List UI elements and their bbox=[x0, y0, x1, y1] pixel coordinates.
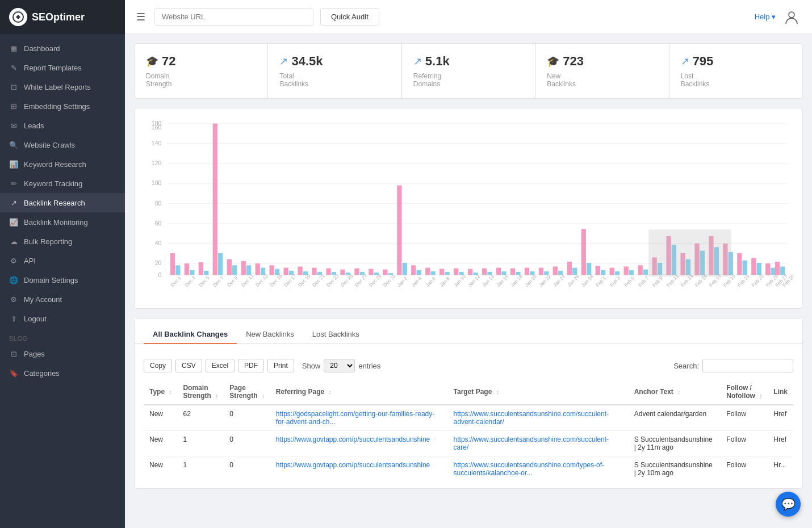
sidebar-item-backlink-monitoring[interactable]: 📈 Backlink Monitoring bbox=[0, 212, 125, 232]
sidebar-item-keyword-research[interactable]: 📊 Keyword Research bbox=[0, 154, 125, 174]
help-link[interactable]: Help ▾ bbox=[755, 12, 776, 21]
sidebar-item-label: Logout bbox=[24, 315, 47, 323]
cell-target-page[interactable]: https://www.succulentsandsunshine.com/su… bbox=[448, 431, 629, 456]
tab-lost-backlinks[interactable]: Lost Backlinks bbox=[303, 325, 369, 344]
svg-text:80: 80 bbox=[155, 200, 162, 207]
svg-text:Dec 7: Dec 7 bbox=[212, 275, 225, 288]
total-backlinks-label: TotalBacklinks bbox=[279, 72, 390, 88]
report-templates-icon: ✎ bbox=[9, 63, 18, 72]
sidebar-item-keyword-tracking[interactable]: ✏ Keyword Tracking bbox=[0, 174, 125, 193]
svg-rect-71 bbox=[525, 268, 529, 275]
table-controls: Copy CSV Excel PDF Print Show 20 50 100 … bbox=[144, 359, 793, 372]
svg-rect-108 bbox=[775, 262, 780, 275]
my-account-icon: ⚙ bbox=[9, 295, 18, 304]
pdf-button[interactable]: PDF bbox=[238, 359, 264, 372]
sidebar-item-api[interactable]: ⚙ API bbox=[0, 251, 125, 270]
cell-referring-page[interactable]: https://www.govtapp.com/p/succulentsands… bbox=[270, 431, 448, 456]
svg-text:120: 120 bbox=[152, 160, 161, 166]
sidebar-item-backlink-research[interactable]: ↗ Backlink Research bbox=[0, 193, 125, 212]
svg-rect-110 bbox=[648, 229, 731, 276]
cell-domain-strength: 62 bbox=[177, 405, 224, 431]
svg-rect-107 bbox=[765, 265, 770, 275]
new-backlinks-value: 723 bbox=[563, 54, 584, 69]
svg-rect-67 bbox=[496, 268, 501, 275]
search-label: Search: bbox=[673, 362, 699, 370]
svg-rect-31 bbox=[241, 261, 246, 275]
cell-type: New bbox=[144, 431, 177, 456]
sidebar-item-domain-settings[interactable]: 🌐 Domain Settings bbox=[0, 270, 125, 290]
sidebar-item-my-account[interactable]: ⚙ My Account bbox=[0, 290, 125, 309]
copy-button[interactable]: Copy bbox=[144, 359, 172, 372]
col-anchor-text: Anchor Text ↕ bbox=[629, 379, 721, 405]
referring-domains-label: ReferringDomains bbox=[413, 72, 524, 88]
sidebar-item-logout[interactable]: ⇧ Logout bbox=[0, 309, 125, 328]
col-link: Link bbox=[768, 379, 793, 405]
chart-container: 0 20 40 60 80 100 120 140 160 180 bbox=[134, 108, 803, 309]
sidebar-item-report-templates[interactable]: ✎ Report Templates bbox=[0, 58, 125, 77]
svg-text:Feb 5: Feb 5 bbox=[623, 275, 635, 288]
sidebar-item-leads[interactable]: ✉ Leads bbox=[0, 116, 125, 135]
svg-rect-27 bbox=[213, 124, 217, 275]
svg-text:Jan 2: Jan 2 bbox=[396, 275, 409, 288]
svg-rect-49 bbox=[369, 269, 373, 275]
svg-rect-85 bbox=[624, 266, 629, 275]
tab-new-backlinks[interactable]: New Backlinks bbox=[237, 325, 303, 344]
svg-rect-88 bbox=[643, 270, 648, 275]
cell-link: Href bbox=[768, 405, 793, 431]
sidebar-item-label: Bulk Reporting bbox=[24, 237, 72, 246]
cell-referring-page[interactable]: https://www.govtapp.com/p/succulentsands… bbox=[270, 456, 448, 482]
svg-rect-37 bbox=[283, 268, 288, 275]
cell-target-page[interactable]: https://www.succulentsandsunshine.com/ty… bbox=[448, 456, 629, 482]
svg-rect-102 bbox=[743, 261, 747, 275]
cell-anchor-text: S Succulentsandsunshine | 2y 10m ago bbox=[629, 456, 721, 482]
sidebar-item-bulk-reporting[interactable]: ☁ Bulk Reporting bbox=[0, 232, 125, 251]
search-input[interactable] bbox=[702, 359, 793, 372]
sidebar-item-white-label-reports[interactable]: ⊡ White Label Reports bbox=[0, 77, 125, 97]
svg-rect-22 bbox=[175, 265, 180, 275]
user-avatar-icon[interactable] bbox=[782, 8, 801, 26]
svg-rect-35 bbox=[270, 265, 274, 275]
sidebar-item-categories[interactable]: 🔖 Categories bbox=[0, 363, 125, 383]
sidebar-item-embedding-settings[interactable]: ⊞ Embedding Settings bbox=[0, 97, 125, 116]
sidebar-item-label: Categories bbox=[24, 369, 60, 378]
cell-target-page[interactable]: https://www.succulentsandsunshine.com/su… bbox=[448, 405, 629, 431]
svg-text:Dec 1: Dec 1 bbox=[169, 275, 182, 288]
chat-button[interactable]: 💬 bbox=[776, 492, 801, 517]
cell-follow: Follow bbox=[721, 431, 768, 456]
svg-rect-69 bbox=[510, 269, 515, 275]
svg-rect-21 bbox=[170, 253, 175, 275]
backlinks-table: Type ↕ DomainStrength ↕ PageStrength ↕ R… bbox=[144, 379, 793, 481]
cell-link: Hr... bbox=[768, 456, 793, 482]
sidebar-item-dashboard[interactable]: ▦ Dashboard bbox=[0, 39, 125, 58]
col-referring-page: Referring Page ↕ bbox=[270, 379, 448, 405]
svg-rect-47 bbox=[354, 269, 359, 275]
table-row: New 62 0 https://godspacelight.com/getti… bbox=[144, 405, 793, 431]
cell-follow: Follow bbox=[721, 405, 768, 431]
csv-button[interactable]: CSV bbox=[175, 359, 202, 372]
svg-text:60: 60 bbox=[155, 220, 162, 227]
svg-text:100: 100 bbox=[152, 179, 161, 186]
quick-audit-button[interactable]: Quick Audit bbox=[320, 8, 379, 26]
tab-all-backlink-changes[interactable]: All Backlink Changes bbox=[144, 325, 237, 344]
svg-text:Jan 18: Jan 18 bbox=[509, 274, 524, 288]
table-wrapper: Copy CSV Excel PDF Print Show 20 50 100 … bbox=[135, 352, 802, 488]
svg-rect-65 bbox=[482, 269, 487, 275]
categories-icon: 🔖 bbox=[9, 368, 18, 378]
entries-select[interactable]: 20 50 100 bbox=[324, 359, 355, 372]
svg-rect-75 bbox=[553, 266, 558, 275]
svg-rect-39 bbox=[298, 266, 302, 275]
sidebar-item-website-crawls[interactable]: 🔍 Website Crawls bbox=[0, 135, 125, 154]
cell-anchor-text: S Succulentsandsunshine | 2y 11m ago bbox=[629, 431, 721, 456]
url-input[interactable] bbox=[154, 8, 313, 26]
sidebar-item-label: Keyword Research bbox=[24, 160, 86, 169]
sidebar-item-label: Backlink Monitoring bbox=[24, 218, 88, 227]
blog-section-label: Blog bbox=[0, 328, 125, 344]
cell-referring-page[interactable]: https://godspacelight.com/getting-our-fa… bbox=[270, 405, 448, 431]
print-button[interactable]: Print bbox=[267, 359, 294, 372]
domain-strength-icon: 🎓 bbox=[146, 55, 158, 68]
show-label: Show bbox=[302, 362, 321, 370]
menu-icon[interactable]: ☰ bbox=[136, 11, 145, 23]
excel-button[interactable]: Excel bbox=[206, 359, 235, 372]
svg-rect-73 bbox=[539, 268, 543, 275]
sidebar-item-pages[interactable]: ⊡ Pages bbox=[0, 344, 125, 363]
